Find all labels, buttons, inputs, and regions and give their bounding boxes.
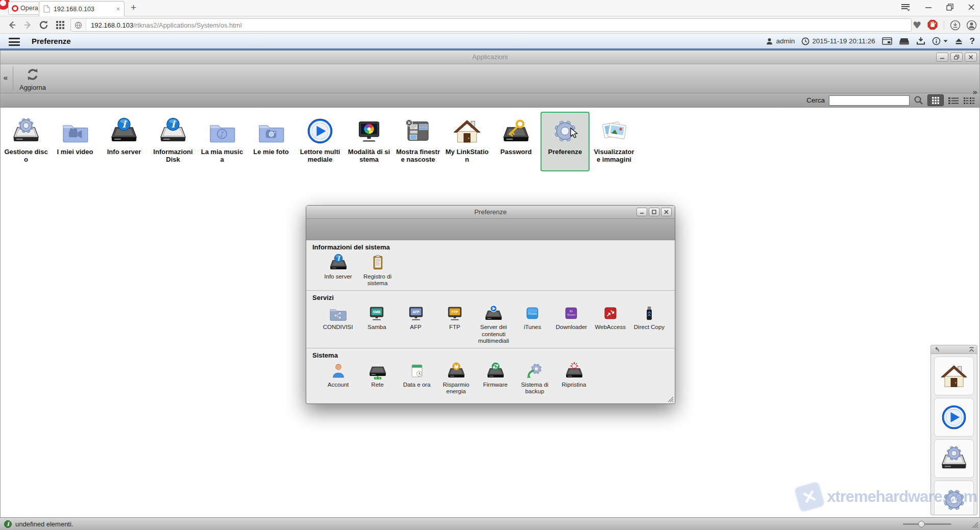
speed-dial-icon[interactable]	[55, 20, 65, 30]
app-visualizzatore-immagini[interactable]: Visualizzatore immagini	[590, 112, 639, 167]
search-label: Cerca	[806, 96, 825, 104]
dialog-minimize-button[interactable]	[636, 208, 647, 216]
app-i-miei-video[interactable]: I miei video	[51, 112, 100, 160]
dialog-item-account[interactable]: Account	[318, 360, 358, 388]
restore-icon[interactable]	[946, 4, 953, 11]
bookmark-heart-icon[interactable]: ♥	[913, 20, 921, 30]
downloads-icon[interactable]	[950, 20, 961, 31]
blocker-badge-icon[interactable]	[927, 19, 938, 31]
app-lettore-multimediale[interactable]: Lettore multimediale	[296, 112, 345, 167]
app-preferenze[interactable]: Preferenze	[541, 112, 590, 171]
dock-my-linkstation[interactable]	[934, 357, 974, 395]
dialog-resize-handle[interactable]	[667, 396, 674, 402]
dialog-item-registro-di-sistema[interactable]: Registro di sistema	[358, 252, 397, 287]
app-la-mia-musica[interactable]: ♪La mia musica	[198, 112, 247, 167]
info-menu[interactable]	[932, 37, 948, 45]
dialog-item-samba[interactable]: SMBSamba	[357, 302, 396, 331]
screen: Opera 192.168.0.103 × + 192.168.0.103/rt…	[0, 0, 980, 530]
dialog-item-downloader[interactable]: BitTorrentDownloader	[552, 302, 591, 331]
app-win-close-button[interactable]	[965, 53, 977, 62]
address-bar[interactable]: 192.168.0.103/rtknas2/Applications/Syste…	[70, 18, 912, 32]
minimize-icon[interactable]	[925, 4, 932, 11]
dialog-item-rete[interactable]: Rete	[358, 360, 397, 388]
datetime: 2015-11-19 20:11:26	[812, 37, 875, 45]
eject-icon[interactable]	[954, 37, 963, 45]
dialog-item-info-server[interactable]: iInfo server	[318, 252, 358, 280]
system-clock: 2015-11-19 20:11:26	[801, 37, 875, 45]
dialog-item-label: Sistema di backup	[515, 382, 554, 395]
help-button[interactable]: ?	[970, 36, 975, 46]
browser-tabstrip: Opera 192.168.0.103 × +	[0, 0, 980, 16]
app-mostra-finestre-nascoste[interactable]: Mostra finestre nascoste	[394, 112, 443, 167]
dialog-item-server-dei-contenuti-multimediali[interactable]: Server dei contenuti multimediali	[474, 302, 513, 344]
dialog-item-firmware[interactable]: Firmware	[476, 360, 515, 388]
dialog-item-afp[interactable]: AFPAFP	[396, 302, 435, 331]
dialog-titlebar[interactable]: Preferenze	[306, 206, 675, 219]
info-icon	[932, 37, 941, 45]
forward-icon[interactable]	[22, 20, 33, 30]
window-resize-handle[interactable]	[971, 521, 978, 528]
dialog-close-button[interactable]	[661, 208, 672, 216]
zoom-slider[interactable]	[903, 523, 951, 525]
app-win-restore-button[interactable]	[950, 53, 963, 62]
search-input[interactable]	[829, 95, 910, 106]
nas-device-icon[interactable]	[899, 37, 910, 45]
menu-hamburger-icon[interactable]	[9, 38, 20, 46]
collapse-right-chevron[interactable]: »	[972, 88, 977, 97]
dialog-item-condivisi[interactable]: CONDIVISI	[318, 302, 357, 331]
reload-icon[interactable]	[39, 20, 49, 30]
dialog-item-sistema-di-backup[interactable]: Sistema di backup	[515, 360, 554, 395]
tab-close-icon[interactable]: ×	[116, 6, 120, 12]
app-label: Le mie foto	[253, 148, 288, 156]
browser-address-row: 192.168.0.103/rtknas2/Applications/Syste…	[0, 16, 980, 34]
dialog-item-data-e-ora[interactable]: Data e ora	[397, 360, 436, 388]
app-password[interactable]: Password	[492, 112, 541, 160]
download-manager-icon[interactable]	[916, 37, 925, 45]
search-icon[interactable]	[914, 95, 923, 105]
applications-titlebar[interactable]: Applicazioni	[1, 51, 979, 64]
show-desktop-icon[interactable]	[882, 37, 892, 45]
back-icon[interactable]	[7, 20, 17, 30]
refresh-button[interactable]: Aggiorna	[16, 66, 50, 91]
dialog-item-label: Account	[328, 382, 349, 388]
app-informazioni-disk[interactable]: iInformazioni Disk	[149, 112, 198, 167]
status-info-icon: i	[4, 520, 12, 528]
app-label: La mia musica	[200, 148, 244, 163]
svg-text:Bit: Bit	[570, 310, 573, 313]
dock-lettore-multimediale[interactable]	[934, 398, 974, 437]
account-icon[interactable]	[966, 20, 977, 31]
browser-tab[interactable]: 192.168.0.103 ×	[39, 1, 125, 16]
dock-gestione-disco[interactable]	[934, 439, 974, 478]
dialog-section-sistema: SistemaAccountReteData e oraRisparmio en…	[306, 348, 675, 398]
dialog-item-direct-copy[interactable]: Direct Copy	[630, 302, 669, 331]
app-win-minimize-button[interactable]	[936, 53, 948, 62]
undock-arrow-icon[interactable]	[934, 347, 940, 352]
dialog-maximize-button[interactable]	[649, 208, 659, 216]
dock-preferenze[interactable]	[934, 481, 974, 515]
collapse-left-chevron[interactable]: «	[3, 73, 8, 83]
opera-menu-icon[interactable]	[900, 3, 911, 12]
zoom-slider-knob[interactable]	[918, 521, 925, 527]
new-tab-button[interactable]: +	[131, 2, 136, 13]
close-icon[interactable]	[968, 4, 975, 11]
dialog-item-label: Risparmio energia	[436, 382, 476, 395]
app-my-linkstation[interactable]: My LinkStation	[443, 112, 492, 167]
app-modalit-di-sistema[interactable]: Modalità di sistema	[345, 112, 394, 167]
risparmio-energia-icon	[447, 360, 466, 382]
app-le-mie-foto[interactable]: Le mie foto	[247, 112, 296, 160]
site-badge[interactable]	[71, 19, 86, 31]
dialog-item-risparmio-energia[interactable]: Risparmio energia	[436, 360, 476, 395]
app-gestione-disco[interactable]: Gestione disco	[2, 112, 51, 167]
app-label: Password	[500, 148, 531, 156]
collapse-up-icon[interactable]	[969, 347, 974, 352]
detail-view-button[interactable]	[963, 96, 975, 105]
logged-user[interactable]: admin	[766, 37, 795, 45]
dialog-item-itunes[interactable]: iTunesiTunes	[513, 302, 552, 331]
dialog-item-webaccess[interactable]: WebAccess	[591, 302, 630, 331]
list-view-button[interactable]	[948, 96, 959, 105]
dialog-item-ftp[interactable]: FTPFTP	[435, 302, 474, 331]
grid-view-button[interactable]	[927, 94, 944, 106]
dialog-item-ripristina[interactable]: Ripristina	[554, 360, 594, 388]
app-info-server[interactable]: iInfo server	[100, 112, 149, 160]
firmware-icon	[486, 360, 505, 382]
